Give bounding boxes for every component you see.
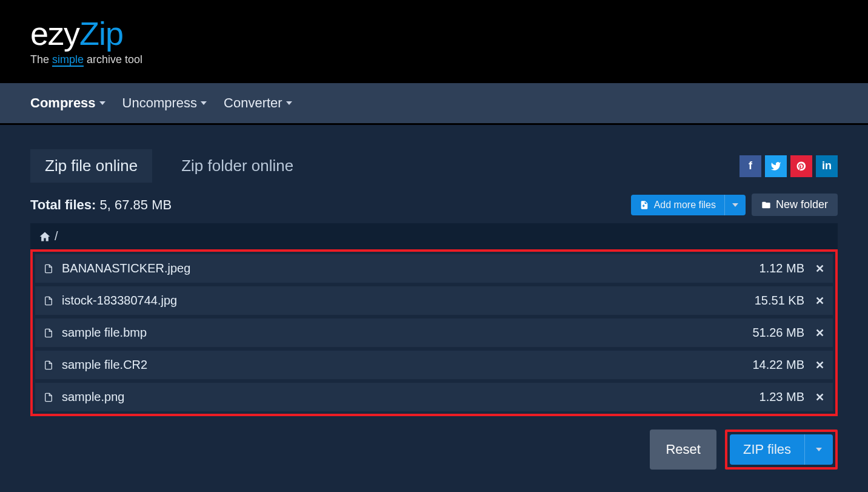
nav-converter[interactable]: Converter: [224, 95, 292, 111]
file-size: 15.51 KB: [755, 294, 804, 308]
main-nav: Compress Uncompress Converter: [0, 83, 868, 125]
add-more-files-dropdown[interactable]: [724, 195, 746, 215]
tab-row: Zip file online Zip folder online f in: [30, 149, 838, 183]
logo-part2: Zip: [79, 15, 123, 52]
file-row[interactable]: sample file.bmp 51.26 MB ✕: [35, 318, 833, 347]
zip-files-dropdown[interactable]: [804, 434, 833, 465]
file-icon: [44, 327, 53, 339]
twitter-icon[interactable]: [765, 155, 787, 177]
tab-zip-folder[interactable]: Zip folder online: [167, 149, 308, 183]
breadcrumb-sep: /: [55, 229, 58, 243]
logo-tagline: The simple archive tool: [30, 53, 838, 66]
caret-down-icon: [732, 203, 738, 207]
file-name: sample file.bmp: [62, 326, 752, 340]
remove-file-icon[interactable]: ✕: [815, 359, 824, 372]
nav-compress[interactable]: Compress: [30, 95, 105, 111]
footer-actions: Reset ZIP files: [30, 416, 838, 470]
remove-file-icon[interactable]: ✕: [815, 326, 824, 340]
file-size: 1.23 MB: [760, 390, 804, 404]
file-name: sample file.CR2: [62, 358, 752, 372]
tab-zip-file[interactable]: Zip file online: [30, 149, 152, 183]
home-icon[interactable]: [39, 231, 51, 243]
file-size: 1.12 MB: [760, 261, 804, 275]
file-name: istock-183380744.jpg: [62, 294, 755, 308]
file-row[interactable]: istock-183380744.jpg 15.51 KB ✕: [35, 286, 833, 315]
file-add-icon: [639, 200, 649, 210]
reset-button[interactable]: Reset: [650, 430, 716, 470]
file-icon: [44, 359, 53, 371]
caret-down-icon: [201, 101, 207, 105]
remove-file-icon[interactable]: ✕: [815, 294, 824, 308]
main-content: Zip file online Zip folder online f in T…: [0, 125, 868, 470]
add-more-files-button[interactable]: Add more files: [631, 195, 746, 215]
pinterest-icon[interactable]: [790, 155, 812, 177]
file-icon: [44, 391, 53, 403]
file-list: BANANASTICKER.jpeg 1.12 MB ✕ istock-1833…: [30, 249, 838, 416]
caret-down-icon: [99, 101, 105, 105]
app-header: ezyZip The simple archive tool: [0, 0, 868, 83]
folder-icon: [761, 200, 771, 210]
logo-part1: ezy: [30, 15, 79, 52]
file-name: BANANASTICKER.jpeg: [62, 261, 760, 275]
caret-down-icon: [286, 101, 292, 105]
zip-files-highlight: ZIP files: [725, 430, 838, 470]
file-row[interactable]: sample file.CR2 14.22 MB ✕: [35, 351, 833, 379]
remove-file-icon[interactable]: ✕: [815, 262, 824, 275]
file-size: 51.26 MB: [752, 326, 804, 340]
file-row[interactable]: sample.png 1.23 MB ✕: [35, 383, 833, 411]
nav-uncompress[interactable]: Uncompress: [122, 95, 207, 111]
zip-files-button[interactable]: ZIP files: [730, 434, 833, 465]
logo-text: ezyZip: [30, 17, 838, 50]
social-share: f in: [739, 155, 838, 177]
breadcrumb: /: [30, 223, 838, 249]
file-name: sample.png: [62, 390, 760, 404]
new-folder-button[interactable]: New folder: [752, 194, 838, 216]
app-logo[interactable]: ezyZip The simple archive tool: [30, 17, 838, 66]
tabs: Zip file online Zip folder online: [30, 149, 739, 183]
file-icon: [44, 295, 53, 307]
file-toolbar: Total files: 5, 67.85 MB Add more files …: [30, 194, 838, 216]
file-size: 14.22 MB: [752, 358, 804, 372]
total-files-label: Total files: 5, 67.85 MB: [30, 197, 625, 213]
facebook-icon[interactable]: f: [739, 155, 761, 177]
caret-down-icon: [816, 448, 822, 451]
file-icon: [44, 263, 53, 275]
file-row[interactable]: BANANASTICKER.jpeg 1.12 MB ✕: [35, 254, 833, 283]
remove-file-icon[interactable]: ✕: [815, 391, 824, 404]
linkedin-icon[interactable]: in: [816, 155, 838, 177]
